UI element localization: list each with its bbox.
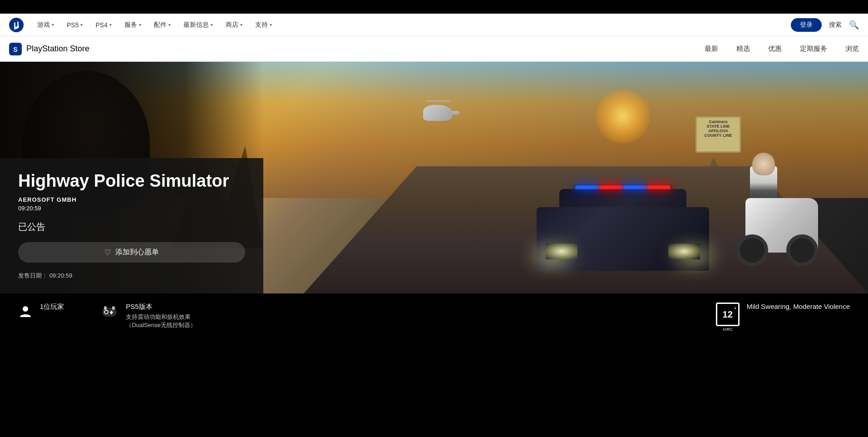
store-brand-text: PlayStation Store xyxy=(26,44,89,54)
svg-point-0 xyxy=(9,18,24,32)
moto-wheel-rear xyxy=(736,234,768,266)
bottom-bar: 1位玩家 PS5版本 支持震动功能和扳机效果（DualSense无线控制器） xyxy=(0,293,868,341)
chevron-down-icon: ▾ xyxy=(109,22,112,27)
rating-box-group: 12 + IARC xyxy=(716,303,740,332)
chevron-down-icon: ▾ xyxy=(80,22,83,27)
sony-top-bar: SONY xyxy=(0,0,868,14)
police-car xyxy=(537,180,709,271)
player-icon xyxy=(18,304,33,322)
top-nav: 游戏 ▾ PS5 ▾ PS4 ▾ 服务 ▾ 配件 ▾ 最新信息 ▾ 商店 ▾ 支… xyxy=(0,14,868,36)
ps5-icon xyxy=(100,303,118,323)
sony-logo: SONY xyxy=(830,3,854,11)
nav-item-ps5[interactable]: PS5 ▾ xyxy=(60,14,89,36)
light-bar xyxy=(573,184,673,190)
store-nav-links: 最新 精选 优惠 定期服务 浏览 xyxy=(705,43,859,55)
game-status: 已公告 xyxy=(18,221,245,233)
rating-info: 12 + IARC Mild Swearing, Moderate Violen… xyxy=(716,303,850,332)
sign-text: CamineraSTATE LINEAPOLOVACOUNTY LINE xyxy=(699,119,738,138)
playstation-logo[interactable] xyxy=(9,18,24,32)
nav-item-store[interactable]: 商店 ▾ xyxy=(219,14,249,36)
store-nav-latest[interactable]: 最新 xyxy=(705,43,718,55)
light-blue-2 xyxy=(623,185,647,189)
game-info-panel: Highway Police Simulator AEROSOFT GMBH 0… xyxy=(0,158,263,293)
game-time: 09:20:59 xyxy=(18,205,245,212)
nav-item-accessories[interactable]: 配件 ▾ xyxy=(148,14,177,36)
headlight-right xyxy=(668,243,700,259)
chevron-down-icon: ▾ xyxy=(52,22,54,27)
light-red xyxy=(599,185,623,189)
players-info: 1位玩家 xyxy=(18,303,64,322)
svg-rect-8 xyxy=(104,306,107,310)
top-nav-right: 登录 搜索 🔍 xyxy=(791,18,859,32)
iarc-label: IARC xyxy=(723,327,733,332)
nav-item-games[interactable]: 游戏 ▾ xyxy=(31,14,60,36)
rating-box: 12 + xyxy=(716,303,740,326)
game-title: Highway Police Simulator xyxy=(18,172,245,191)
light-blue xyxy=(575,185,599,189)
store-nav-subscription[interactable]: 定期服务 xyxy=(800,43,827,55)
release-date-label: 发售日期： xyxy=(18,272,48,279)
motorcycle xyxy=(732,166,823,266)
road-sign: CamineraSTATE LINEAPOLOVACOUNTY LINE xyxy=(695,116,741,153)
wishlist-label: 添加到心愿单 xyxy=(115,248,159,257)
nav-item-news[interactable]: 最新信息 ▾ xyxy=(177,14,219,36)
search-label[interactable]: 搜索 xyxy=(829,21,842,29)
chevron-down-icon: ▾ xyxy=(240,22,242,27)
helicopter xyxy=(414,98,459,125)
game-publisher: AEROSOFT GMBH xyxy=(18,196,245,203)
release-date: 发售日期： 09:20:59 xyxy=(18,272,245,280)
nav-item-services[interactable]: 服务 ▾ xyxy=(118,14,148,36)
chevron-down-icon: ▾ xyxy=(139,22,141,27)
rating-number: 12 xyxy=(723,309,733,320)
sun-glow xyxy=(596,89,650,144)
search-icon-button[interactable]: 🔍 xyxy=(849,20,859,30)
ps5-features-text: PS5版本 支持震动功能和扳机效果（DualSense无线控制器） xyxy=(126,303,217,329)
wishlist-button[interactable]: ♡ 添加到心愿单 xyxy=(18,242,245,263)
hero-section: CamineraSTATE LINEAPOLOVACOUNTY LINE xyxy=(0,62,868,293)
car-body xyxy=(537,207,709,271)
ps5-features-info: PS5版本 支持震动功能和扳机效果（DualSense无线控制器） xyxy=(100,303,217,329)
heart-icon: ♡ xyxy=(104,248,111,257)
rating-description: Mild Swearing, Moderate Violence xyxy=(747,303,850,310)
rating-group: 12 + IARC xyxy=(716,303,740,332)
svg-text:S: S xyxy=(13,46,17,53)
moto-wheel-front xyxy=(786,234,818,266)
login-button[interactable]: 登录 xyxy=(791,18,822,32)
store-nav: S PlayStation Store 最新 精选 优惠 定期服务 浏览 xyxy=(0,36,868,62)
rating-plus: + xyxy=(734,305,736,311)
release-date-value: 09:20:59 xyxy=(49,272,73,279)
svg-point-3 xyxy=(23,306,28,312)
store-nav-browse[interactable]: 浏览 xyxy=(845,43,859,55)
rider-helmet xyxy=(752,153,775,175)
light-red-2 xyxy=(647,185,671,189)
ps5-sub-label: 支持震动功能和扳机效果（DualSense无线控制器） xyxy=(126,313,217,329)
svg-rect-7 xyxy=(110,312,113,313)
store-nav-featured[interactable]: 精选 xyxy=(736,43,750,55)
store-nav-deals[interactable]: 优惠 xyxy=(768,43,782,55)
heli-rotor xyxy=(425,100,450,102)
chevron-down-icon: ▾ xyxy=(168,22,171,27)
svg-rect-9 xyxy=(112,306,115,310)
store-brand[interactable]: S PlayStation Store xyxy=(9,43,89,55)
headlight-left xyxy=(546,243,577,259)
chevron-down-icon: ▾ xyxy=(270,22,272,27)
players-label: 1位玩家 xyxy=(40,303,64,311)
store-brand-icon: S xyxy=(9,43,22,55)
heli-body xyxy=(423,105,453,121)
top-nav-left: 游戏 ▾ PS5 ▾ PS4 ▾ 服务 ▾ 配件 ▾ 最新信息 ▾ 商店 ▾ 支… xyxy=(9,14,278,36)
nav-item-support[interactable]: 支持 ▾ xyxy=(249,14,278,36)
ps5-label: PS5版本 xyxy=(126,303,217,311)
nav-item-ps4[interactable]: PS4 ▾ xyxy=(89,14,118,36)
chevron-down-icon: ▾ xyxy=(211,22,213,27)
